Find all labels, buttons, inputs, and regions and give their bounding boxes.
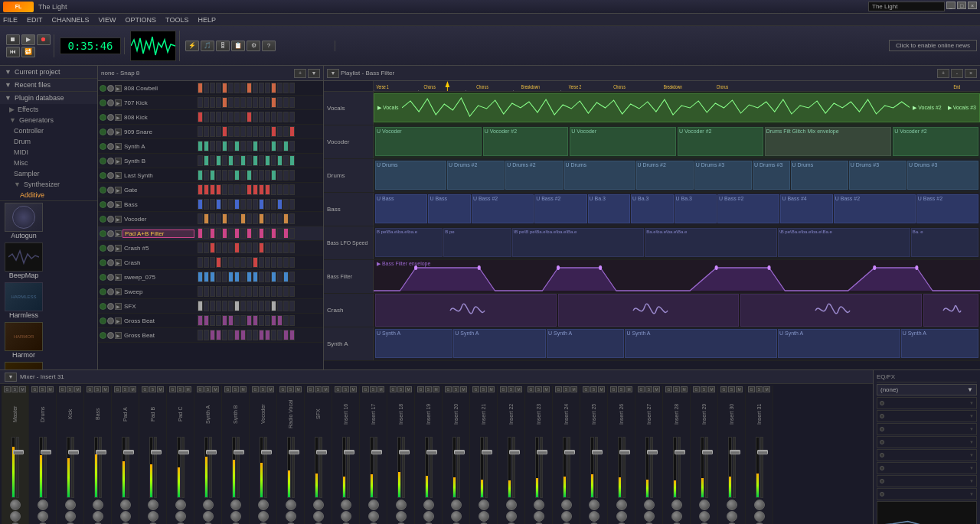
seq-step[interactable] [204,112,209,122]
channel-knob-1[interactable] [120,511,131,522]
seq-step[interactable] [247,301,252,311]
channel-knob-1[interactable] [423,511,434,522]
fader-track[interactable] [292,437,295,498]
mixer-btn-g[interactable]: G [87,386,93,392]
seq-step[interactable] [271,272,276,282]
seq-step[interactable] [289,126,295,137]
mixer-btn-m[interactable]: M [708,386,715,392]
seq-step[interactable] [271,112,276,122]
fader-knob[interactable] [592,450,603,454]
mixer-btn-m[interactable]: M [377,386,384,392]
fader-knob[interactable] [537,450,547,454]
fader-knob[interactable] [482,450,492,454]
seq-step[interactable] [204,170,209,181]
seq-step[interactable] [277,199,283,210]
seq-step[interactable] [277,315,283,326]
seq-step[interactable] [253,199,258,210]
seq-step[interactable] [216,83,221,93]
seq-step[interactable] [247,286,252,297]
sidebar-item-drum[interactable]: Drum [0,136,97,147]
seq-menu-btn[interactable]: ▼ [308,69,320,78]
seq-step[interactable] [234,199,240,210]
seq-preview-btn[interactable]: ▶ [115,216,122,223]
fx-slot[interactable]: ▼ [877,488,977,500]
mixer-btn-s[interactable]: S [425,386,432,392]
channel-knob-1[interactable] [671,511,682,522]
seq-step[interactable] [222,301,227,311]
seq-solo-btn[interactable] [107,216,114,223]
seq-step[interactable] [204,184,209,195]
seq-step[interactable] [240,112,246,122]
channel-knob-0[interactable] [534,500,544,510]
seq-step[interactable] [265,286,270,297]
seq-step[interactable] [253,155,258,166]
mixer-btn-s[interactable]: S [39,386,46,392]
seq-step[interactable] [283,272,289,282]
seq-step[interactable] [265,228,270,239]
channel-knob-1[interactable] [727,511,737,522]
channel-knob-1[interactable] [396,511,407,522]
seq-step[interactable] [228,155,234,166]
seq-step[interactable] [259,242,264,253]
seq-step[interactable] [234,257,240,268]
seq-step[interactable] [198,242,203,253]
fader-track[interactable] [457,437,460,498]
seq-step[interactable] [277,330,283,340]
seq-step[interactable] [210,301,215,311]
fader-knob[interactable] [289,450,299,454]
mixer-btn-m[interactable]: M [240,386,247,392]
seq-step[interactable] [240,257,246,268]
seq-step[interactable] [265,257,270,268]
seq-step[interactable] [216,112,221,122]
fader-track[interactable] [760,437,763,498]
seq-step[interactable] [265,83,270,93]
fader-knob[interactable] [151,450,162,454]
seq-solo-btn[interactable] [107,85,114,92]
seq-step[interactable] [277,126,283,137]
playlist-menu-btn[interactable]: ▼ [327,69,339,78]
seq-preview-btn[interactable]: ▶ [115,201,122,208]
seq-step[interactable] [277,228,283,239]
mixer-btn-s[interactable]: S [94,386,101,392]
seq-mute-btn[interactable] [100,332,106,339]
channel-knob-0[interactable] [230,500,241,510]
fader-track[interactable] [154,437,157,498]
seq-step[interactable] [234,83,240,93]
mixer-btn-g[interactable]: G [528,386,534,392]
seq-step[interactable] [277,83,283,93]
fx-slot[interactable]: ▼ [877,397,977,409]
mixer-btn-g[interactable]: G [252,386,259,392]
seq-step[interactable] [216,97,221,108]
seq-preview-btn[interactable]: ▶ [115,230,122,237]
seq-step[interactable] [277,272,283,282]
mixer-btn-s[interactable]: S [67,386,74,392]
seq-solo-btn[interactable] [107,303,114,310]
mixer-btn-m[interactable]: M [763,386,770,392]
seq-step[interactable] [283,184,289,195]
seq-step[interactable] [271,155,276,166]
seq-step[interactable] [198,97,203,108]
seq-step[interactable] [271,199,276,210]
seq-step[interactable] [222,141,227,151]
seq-step[interactable] [228,228,234,239]
seq-preview-btn[interactable]: ▶ [115,288,122,295]
seq-step[interactable] [265,184,270,195]
fader-knob[interactable] [316,450,327,454]
seq-step[interactable] [265,155,270,166]
mixer-btn-m[interactable]: M [433,386,439,392]
seq-solo-btn[interactable] [107,288,114,295]
mixer-btn-s[interactable]: S [122,386,129,392]
seq-step[interactable] [277,286,283,297]
seq-step[interactable] [216,126,221,137]
mixer-btn-g[interactable]: G [197,386,204,392]
seq-step[interactable] [204,199,209,210]
fader-knob[interactable] [454,450,465,454]
seq-preview-btn[interactable]: ▶ [115,172,122,179]
seq-step[interactable] [289,199,295,210]
mixer-btn-m[interactable]: M [515,386,522,392]
mixer-btn-g[interactable]: G [224,386,231,392]
seq-step[interactable] [265,301,270,311]
seq-step[interactable] [216,242,221,253]
fader-track[interactable] [512,437,515,498]
seq-step[interactable] [265,126,270,137]
